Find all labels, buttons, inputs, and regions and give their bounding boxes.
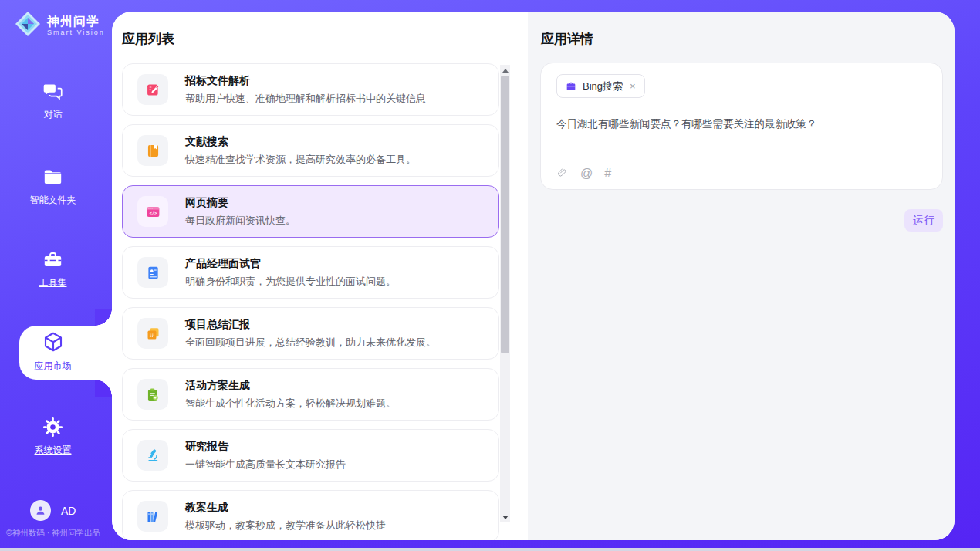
diamond-logo-icon <box>14 10 42 41</box>
app-title: 网页摘要 <box>185 196 296 210</box>
user-row[interactable]: AD <box>30 500 76 521</box>
app-detail-panel: 应用详情 Bing搜索 × 今日湖北有哪些新闻要点？有哪些需要关注的最新政策？ <box>528 12 955 540</box>
app-icon-tile <box>137 135 168 166</box>
app-title: 项目总结汇报 <box>185 318 436 332</box>
app-card[interactable]: 产品经理面试官 明确身份和职责，为您提供专业性的面试问题。 <box>122 246 499 299</box>
brand-name: 神州问学 <box>47 15 105 29</box>
briefcase-icon <box>565 80 577 93</box>
event-plan-icon <box>145 387 161 403</box>
app-card[interactable]: 活动方案生成 智能生成个性化活动方案，轻松解决规划难题。 <box>122 368 499 421</box>
lesson-plan-icon <box>145 509 161 525</box>
app-desc: 每日政府新闻资讯快查。 <box>185 214 296 228</box>
triangle-down-icon <box>502 516 509 519</box>
app-list-panel: 应用列表 招标文件解析 帮助用户快速、准确地理解和解析招标书中的关键信息 <box>112 12 528 540</box>
app-window: 神州问学 Smart Vision 对话 智能文件夹 <box>0 0 980 551</box>
literature-search-icon <box>145 143 161 159</box>
app-card[interactable]: 文献搜索 快速精准查找学术资源，提高研究效率的必备工具。 <box>122 124 499 177</box>
app-icon-tile <box>137 74 168 105</box>
app-desc: 快速精准查找学术资源，提高研究效率的必备工具。 <box>185 153 416 167</box>
app-title: 产品经理面试官 <box>185 257 396 271</box>
user-initials: AD <box>61 505 76 517</box>
folder-icon <box>0 167 106 188</box>
project-report-icon <box>145 326 161 342</box>
app-desc: 智能生成个性化活动方案，轻松解决规划难题。 <box>185 397 396 411</box>
app-card[interactable]: 项目总结汇报 全面回顾项目进展，总结经验教训，助力未来优化发展。 <box>122 307 499 360</box>
triangle-up-icon <box>502 69 509 73</box>
sidebar-item-label: 应用市场 <box>0 360 106 373</box>
gear-icon <box>0 417 106 438</box>
app-card[interactable]: 招标文件解析 帮助用户快速、准确地理解和解析招标书中的关键信息 <box>122 63 499 116</box>
list-scrollbar[interactable] <box>500 65 510 522</box>
app-icon-tile <box>137 379 168 410</box>
sidebar-item-chat[interactable]: 对话 <box>0 81 106 121</box>
tool-chip[interactable]: Bing搜索 × <box>556 74 645 98</box>
app-list-title: 应用列表 <box>122 30 174 48</box>
pm-interviewer-icon <box>145 265 161 281</box>
paperclip-icon[interactable] <box>556 167 569 180</box>
app-icon-tile: </> <box>137 196 168 227</box>
prompt-toolbar: @ # <box>556 167 611 180</box>
app-title: 研究报告 <box>185 440 346 454</box>
brand-logo: 神州问学 Smart Vision <box>14 10 105 41</box>
run-button[interactable]: 运行 <box>904 209 943 232</box>
sidebar-item-app-market[interactable]: 应用市场 <box>0 330 106 373</box>
app-desc: 模板驱动，教案秒成，教学准备从此轻松快捷 <box>185 519 386 532</box>
app-desc: 明确身份和职责，为您提供专业性的面试问题。 <box>185 275 396 289</box>
content-shell: 应用列表 招标文件解析 帮助用户快速、准确地理解和解析招标书中的关键信息 <box>112 12 955 540</box>
close-icon[interactable]: × <box>628 80 637 92</box>
app-detail-title: 应用详情 <box>541 30 593 48</box>
app-title: 活动方案生成 <box>185 379 396 393</box>
mention-at-icon[interactable]: @ <box>580 167 593 180</box>
app-card[interactable]: 教案生成 模板驱动，教案秒成，教学准备从此轻松快捷 <box>122 490 499 540</box>
toolbox-icon <box>0 249 106 270</box>
sidebar-footer: ©神州数码 · 神州问学出品 <box>6 528 100 539</box>
chat-icon <box>0 81 106 102</box>
web-summary-icon: </> <box>145 204 161 220</box>
app-icon-tile <box>137 440 168 471</box>
sidebar: 神州问学 Smart Vision 对话 智能文件夹 <box>0 0 112 551</box>
scroll-thumb[interactable] <box>501 76 509 353</box>
app-card-list: 招标文件解析 帮助用户快速、准确地理解和解析招标书中的关键信息 文献搜索 <box>122 63 499 540</box>
sidebar-item-smart-folder[interactable]: 智能文件夹 <box>0 167 106 207</box>
sidebar-item-settings[interactable]: 系统设置 <box>0 417 106 457</box>
svg-text:</>: </> <box>149 211 157 215</box>
app-icon-tile <box>137 318 168 349</box>
app-title: 教案生成 <box>185 501 386 515</box>
app-desc: 全面回顾项目进展，总结经验教训，助力未来优化发展。 <box>185 336 436 350</box>
hash-icon[interactable]: # <box>604 167 611 180</box>
app-icon-tile <box>137 257 168 288</box>
app-title: 文献搜索 <box>185 135 416 149</box>
prompt-card[interactable]: Bing搜索 × 今日湖北有哪些新闻要点？有哪些需要关注的最新政策？ @ # <box>540 63 943 190</box>
brand-tagline: Smart Vision <box>47 29 105 36</box>
avatar[interactable] <box>30 500 51 521</box>
app-title: 招标文件解析 <box>185 74 426 88</box>
window-bottom-edge <box>0 548 980 551</box>
tool-chip-label: Bing搜索 <box>583 79 623 93</box>
sidebar-item-label: 工具集 <box>0 276 106 289</box>
sidebar-item-label: 对话 <box>0 108 106 121</box>
sidebar-item-toolset[interactable]: 工具集 <box>0 249 106 289</box>
app-desc: 帮助用户快速、准确地理解和解析招标书中的关键信息 <box>185 92 426 106</box>
sidebar-item-label: 系统设置 <box>0 444 106 457</box>
research-report-icon <box>145 448 161 464</box>
tender-parse-icon <box>145 82 161 98</box>
cube-icon <box>0 330 106 353</box>
scroll-up-button[interactable] <box>500 65 510 76</box>
sidebar-item-label: 智能文件夹 <box>0 194 106 207</box>
person-icon <box>34 504 47 517</box>
app-desc: 一键智能生成高质量长文本研究报告 <box>185 458 346 472</box>
prompt-text[interactable]: 今日湖北有哪些新闻要点？有哪些需要关注的最新政策？ <box>556 117 927 131</box>
app-icon-tile <box>137 501 168 532</box>
app-card-selected[interactable]: </> 网页摘要 每日政府新闻资讯快查。 <box>122 185 499 238</box>
scroll-down-button[interactable] <box>500 512 510 522</box>
app-card[interactable]: 研究报告 一键智能生成高质量长文本研究报告 <box>122 429 499 482</box>
